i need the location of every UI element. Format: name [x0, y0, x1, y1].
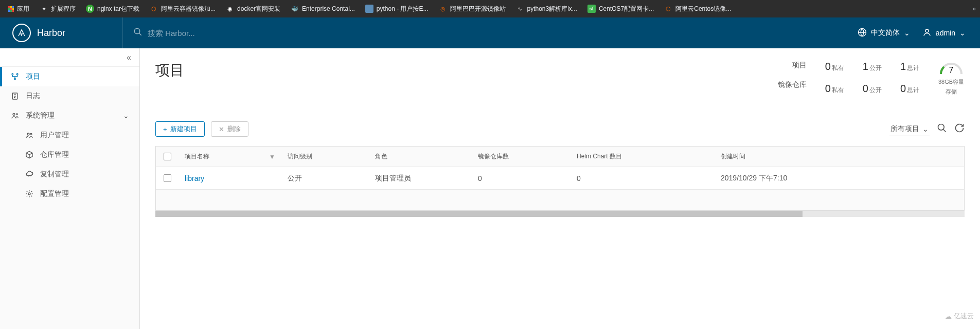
bookmark-item[interactable]: sfCentOS7配置网卡... [583, 3, 658, 15]
svg-point-6 [14, 78, 16, 80]
scroll-thumb[interactable] [155, 211, 803, 217]
sidebar-item-user-mgmt[interactable]: 用户管理 [0, 125, 139, 145]
stats-row: 项目 镜像仓库 0私有 0私有 1公开 0公开 1总计 0总计 7 38GB容量 [778, 61, 965, 96]
stat-suffix: 公开 [869, 86, 882, 95]
bookmark-label: docker官网安装 [237, 5, 280, 13]
svg-point-16 [938, 124, 945, 131]
favicon-icon: ∿ [516, 5, 524, 13]
bookmark-item[interactable]: ◉docker官网安装 [222, 3, 284, 15]
delete-button[interactable]: ✕ 删除 [211, 121, 248, 137]
bookmarks-overflow-icon[interactable]: » [972, 5, 976, 12]
sidebar-collapse-row: « [0, 48, 139, 67]
svg-point-14 [30, 133, 32, 135]
cell-helm: 0 [571, 174, 715, 182]
select-all-checkbox[interactable] [164, 153, 171, 160]
harbor-header: Harbor 中文简体 ⌄ admin ⌄ [0, 17, 980, 48]
language-selector[interactable]: 中文简体 ⌄ [858, 28, 910, 39]
col-access[interactable]: 访问级别 [281, 152, 369, 161]
bookmark-label: 扩展程序 [51, 5, 76, 13]
stat-suffix: 私有 [832, 64, 844, 72]
new-project-button[interactable]: + 新建项目 [155, 121, 205, 137]
stat-value: 1 [900, 61, 906, 72]
plus-icon: + [163, 125, 167, 133]
horizontal-scrollbar[interactable] [155, 211, 965, 217]
user-label: admin [936, 29, 955, 37]
logo-section[interactable]: Harbor [0, 24, 122, 42]
storage-widget: 7 38GB容量 存储 [938, 61, 965, 96]
stat-suffix: 总计 [907, 86, 919, 95]
browser-bookmarks-bar: 应用 ✦ 扩展程序 Nnginx tar包下载 ⬡阿里云容器镜像加... ◉do… [0, 0, 980, 17]
bookmark-label: 阿里巴巴开源镜像站 [450, 5, 506, 13]
stat-value: 1 [863, 61, 868, 72]
bookmark-item[interactable]: ◎阿里巴巴开源镜像站 [435, 3, 510, 15]
button-label: 新建项目 [170, 124, 197, 134]
favicon-icon: N [86, 5, 94, 13]
collapse-icon[interactable]: « [127, 53, 131, 62]
col-name[interactable]: 项目名称▼ [179, 152, 281, 161]
bookmark-item[interactable]: ⬡阿里云容器镜像加... [146, 3, 220, 15]
col-created[interactable]: 创建时间 [715, 152, 964, 161]
stat-suffix: 公开 [869, 64, 882, 72]
projects-icon [10, 72, 20, 81]
table-header: 项目名称▼ 访问级别 角色 镜像仓库数 Helm Chart 数目 创建时间 [156, 147, 964, 167]
harbor-logo-icon [12, 24, 31, 42]
col-role[interactable]: 角色 [369, 152, 472, 161]
cell-role: 项目管理员 [369, 174, 472, 183]
col-helm[interactable]: Helm Chart 数目 [571, 152, 715, 161]
user-icon [922, 28, 932, 39]
sidebar-item-replication[interactable]: 复制管理 [0, 164, 139, 184]
cell-repos: 0 [472, 174, 571, 182]
bookmark-item[interactable]: 🐳Enterprise Contai... [287, 3, 359, 15]
sidebar-item-logs[interactable]: 日志 [0, 86, 139, 106]
svg-point-11 [13, 113, 15, 115]
sidebar-item-label: 项目 [26, 72, 40, 81]
bookmark-extensions[interactable]: ✦ 扩展程序 [35, 3, 80, 15]
cube-icon [25, 151, 34, 159]
svg-point-0 [134, 28, 140, 34]
search-icon [133, 27, 142, 39]
admin-icon [10, 112, 20, 120]
users-icon [25, 131, 34, 139]
table-row[interactable]: library 公开 项目管理员 0 0 2019/10/29 下午7:10 [156, 167, 964, 190]
header-right: 中文简体 ⌄ admin ⌄ [843, 28, 980, 39]
projects-table: 项目名称▼ 访问级别 角色 镜像仓库数 Helm Chart 数目 创建时间 l… [155, 146, 965, 211]
svg-point-12 [16, 114, 18, 115]
bookmark-label: CentOS7配置网卡... [599, 5, 654, 13]
chevron-down-icon: ⌄ [959, 29, 966, 37]
project-link[interactable]: library [185, 174, 204, 182]
bookmark-item[interactable]: Nnginx tar包下载 [82, 3, 144, 15]
button-label: 删除 [227, 124, 241, 134]
filter-label: 所有项目 [890, 124, 919, 134]
bookmark-label: Enterprise Contai... [302, 5, 355, 12]
svg-point-13 [27, 133, 29, 135]
stat-value: 0 [863, 83, 868, 95]
row-checkbox[interactable] [164, 174, 171, 182]
col-repos[interactable]: 镜像仓库数 [472, 152, 571, 161]
favicon-icon: ⬡ [664, 5, 672, 13]
sidebar-item-sysadmin[interactable]: 系统管理 ⌄ [0, 106, 139, 125]
search-input[interactable] [148, 29, 302, 38]
bookmark-item[interactable]: python - 用户按E... [361, 3, 433, 15]
sidebar-item-projects[interactable]: 项目 [0, 67, 139, 86]
sidebar-item-config[interactable]: 配置管理 [0, 184, 139, 204]
bookmark-item[interactable]: ∿python3解析库lx... [512, 3, 581, 15]
refresh-icon[interactable] [954, 123, 965, 135]
storage-label: 存储 [946, 88, 957, 96]
close-icon: ✕ [219, 125, 224, 133]
search-icon[interactable] [937, 123, 947, 135]
bookmark-apps[interactable]: 应用 [4, 3, 33, 15]
favicon-icon [365, 5, 373, 13]
puzzle-icon: ✦ [40, 5, 48, 13]
cloud-icon: ☁ [945, 313, 952, 320]
sidebar-item-label: 用户管理 [40, 131, 69, 140]
sidebar-item-label: 系统管理 [26, 111, 55, 120]
filter-icon[interactable]: ▼ [269, 153, 275, 160]
bookmark-item[interactable]: ⬡阿里云Centos镜像... [660, 3, 735, 15]
svg-point-4 [12, 74, 13, 75]
favicon-icon: sf [587, 5, 596, 13]
apps-grid-icon [8, 6, 14, 12]
user-menu[interactable]: admin ⌄ [922, 28, 966, 39]
project-filter-select[interactable]: 所有项目 ⌄ [889, 122, 930, 136]
sidebar-item-repo-mgmt[interactable]: 仓库管理 [0, 145, 139, 164]
svg-point-15 [28, 193, 30, 195]
